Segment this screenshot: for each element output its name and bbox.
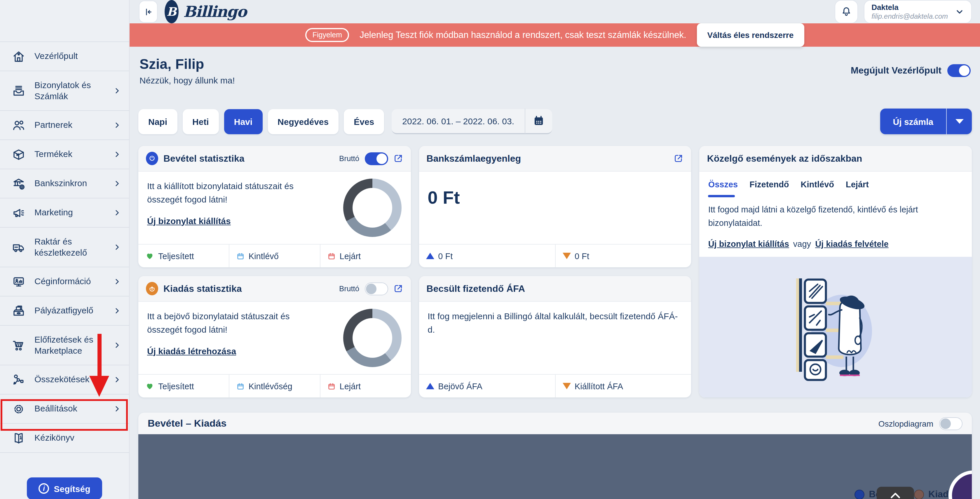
account-name: Daktela <box>872 3 948 12</box>
card-body: Itt a bejövő bizonylataid státuszait és … <box>138 302 410 374</box>
heart-icon <box>145 382 154 391</box>
renewed-dashboard-toggle[interactable] <box>947 64 970 77</box>
sidebar-item-vezerlopult[interactable]: Vezérlőpult <box>0 41 129 71</box>
triangle-up-icon <box>426 253 434 259</box>
chevron-right-icon <box>113 342 121 349</box>
new-expense-link[interactable]: Új kiadás létrehozása <box>147 346 236 356</box>
info-icon: i <box>38 483 49 494</box>
calendar-red-icon <box>328 382 336 390</box>
card-header: Közelgő események az időszakban <box>700 146 972 172</box>
sidebar-item-palyazatfigyelo[interactable]: Pályázatfigyelő <box>0 296 129 325</box>
new-document-link[interactable]: Új bizonylat kiállítás <box>708 240 789 249</box>
period-eves-button[interactable]: Éves <box>344 109 384 134</box>
new-invoice-button[interactable]: Új számla <box>880 108 946 134</box>
period-negyedeves-button[interactable]: Negyedéves <box>267 109 339 134</box>
sidebar-item-bizonylatok[interactable]: Bizonylatok és Számlák <box>0 71 129 110</box>
external-link-icon[interactable] <box>674 154 684 164</box>
upcoming-description: Itt fogod majd látni a közelgő fizetendő… <box>700 197 972 230</box>
legend-kintlevoseg: Kintlévőség <box>229 375 320 397</box>
bell-icon <box>840 6 852 17</box>
card-body: Itt a kiállított bizonylataid státuszait… <box>138 172 410 244</box>
cards-grid: Bevétel statisztika Bruttó Itt a kiállít… <box>138 146 972 397</box>
heart-icon <box>145 251 154 260</box>
tab-fizetendo[interactable]: Fizetendő <box>749 180 789 197</box>
sidebar-item-ceginformacio[interactable]: Céginformáció <box>0 267 129 296</box>
sidebar-item-raktar[interactable]: Raktár és készletkezelő <box>0 227 129 267</box>
chat-widget-button[interactable] <box>948 470 972 499</box>
card-header: Kiadás statisztika Bruttó <box>138 276 410 302</box>
renewed-dashboard-label: Megújult Vezérlőpult <box>851 65 942 76</box>
topbar: B Billingo Daktela filip.endris@daktela.… <box>130 0 980 23</box>
period-heti-button[interactable]: Heti <box>182 109 219 134</box>
archive-drawer-icon <box>11 304 27 318</box>
external-link-icon[interactable] <box>393 154 403 164</box>
sidebar-item-label: Összekötések <box>35 374 106 385</box>
sidebar-item-marketing[interactable]: Marketing <box>0 198 129 227</box>
sidebar-item-elofizetesek[interactable]: Előfizetések és Marketplace <box>0 325 129 365</box>
tab-osszes[interactable]: Összes <box>708 180 738 197</box>
switch-to-live-button[interactable]: Váltás éles rendszerre <box>697 23 804 47</box>
tab-lejart[interactable]: Lejárt <box>846 180 869 197</box>
external-link-icon[interactable] <box>393 284 403 294</box>
sidebar-item-label: Marketing <box>35 207 106 218</box>
bar-chart-toggle-label: Oszlopdiagram <box>878 419 933 428</box>
legend-label: Lejárt <box>340 381 361 391</box>
chevron-down-icon <box>955 7 964 16</box>
gross-toggle[interactable] <box>364 282 388 295</box>
sidebar-item-bankszinkron[interactable]: Bankszinkron <box>0 168 129 198</box>
sidebar-item-beallitasok[interactable]: Beállítások <box>0 394 129 423</box>
sidebar-item-label: Bizonylatok és Számlák <box>35 80 106 102</box>
card-title: Becsült fizetendő ÁFA <box>426 283 525 294</box>
chevron-up-icon <box>889 492 901 499</box>
sidebar-item-termekek[interactable]: Termékek <box>0 140 129 168</box>
help-button[interactable]: i Segítség <box>27 477 102 499</box>
gear-icon <box>11 402 27 416</box>
calendar-icon[interactable] <box>525 115 552 127</box>
new-expense-link[interactable]: Új kiadás felvétele <box>815 240 889 249</box>
test-mode-banner: Figyelem Jelenleg Teszt fiók módban hasz… <box>130 23 980 47</box>
calendar-blue-icon <box>236 382 245 390</box>
greeting-subtitle: Nézzük, hogy állunk ma! <box>140 75 235 85</box>
bar-chart-toggle[interactable] <box>939 417 963 430</box>
new-invoice-dropdown-button[interactable] <box>946 108 972 134</box>
sidebar-item-kezikonyv[interactable]: Kézikönyv <box>0 423 129 452</box>
sidebar-item-osszekotesek[interactable]: Összekötések <box>0 365 129 394</box>
sidebar-item-label: Partnerek <box>35 120 106 131</box>
period-napi-button[interactable]: Napi <box>138 109 177 134</box>
revenue-expense-section: Bevétel – Kiadás Oszlopdiagram Bevétel K… <box>138 413 972 499</box>
new-document-link[interactable]: Új bizonylat kiállítás <box>147 216 231 226</box>
billingo-logo[interactable]: B Billingo <box>165 0 246 23</box>
banner-message: Jelenleg Teszt fiók módban használod a r… <box>360 30 686 40</box>
expense-arrow-icon <box>146 282 158 295</box>
bank-balance-amount: 0 Ft <box>428 188 682 208</box>
sidebar-collapse-button[interactable] <box>139 1 158 23</box>
incoming-value: 0 Ft <box>438 251 453 261</box>
upcoming-links: Új bizonylat kiállítás vagy Új kiadás fe… <box>700 230 972 257</box>
notifications-button[interactable] <box>835 0 858 23</box>
tab-kintlevo[interactable]: Kintlévő <box>801 180 834 197</box>
card-title: Kiadás statisztika <box>164 283 242 294</box>
gross-label: Bruttó <box>339 284 359 293</box>
chevron-right-icon <box>113 121 121 129</box>
caret-down-icon <box>955 119 963 124</box>
period-havi-button[interactable]: Havi <box>224 109 262 134</box>
incoming-total: 0 Ft <box>419 245 555 267</box>
network-icon <box>11 373 27 387</box>
collapse-left-icon <box>143 7 153 17</box>
warning-badge: Figyelem <box>305 28 349 42</box>
sidebar-item-partnerek[interactable]: Partnerek <box>0 110 129 140</box>
renewed-dashboard-control: Megújult Vezérlőpult <box>851 64 970 77</box>
account-menu[interactable]: Daktela filip.endris@daktela.com <box>864 0 972 23</box>
date-range-picker[interactable]: 2022. 06. 01. – 2022. 06. 03. <box>391 109 552 134</box>
triangle-up-icon <box>426 383 434 389</box>
card-header: Bankszámlaegyenleg <box>419 146 691 172</box>
card-header: Becsült fizetendő ÁFA <box>419 276 691 302</box>
card-description: Itt a bejövő bizonylataid státuszait és … <box>147 309 305 337</box>
scroll-up-button[interactable] <box>877 487 914 499</box>
calendar-red-icon <box>328 252 336 260</box>
chevron-right-icon <box>113 278 121 285</box>
gross-toggle[interactable] <box>364 152 388 165</box>
card-body: 0 Ft <box>419 172 691 244</box>
help-button-label: Segítség <box>54 483 90 493</box>
sidebar-top-spacer <box>0 0 129 41</box>
